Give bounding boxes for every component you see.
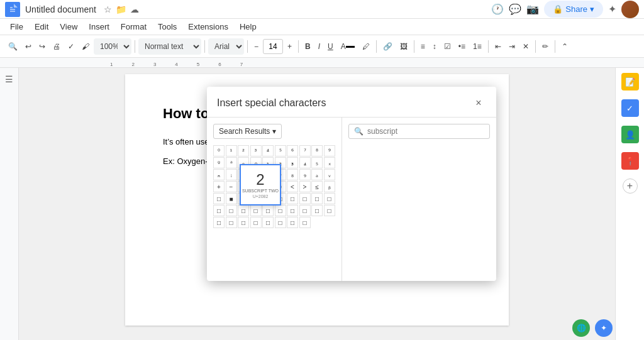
accessibility-icon[interactable]: 🌐	[572, 319, 590, 337]
assistant-icon[interactable]: ✦	[595, 319, 613, 337]
menu-tools[interactable]: Tools	[153, 20, 182, 33]
char-cell[interactable]: □	[238, 205, 249, 216]
clear-formatting-btn[interactable]: ✕	[519, 40, 532, 53]
char-cell[interactable]: ₃	[287, 157, 298, 168]
menu-format[interactable]: Format	[116, 20, 152, 33]
share-button[interactable]: 🔒 Share ▾	[544, 1, 603, 18]
star-icon[interactable]: ☆	[104, 4, 112, 14]
char-popup[interactable]: 2 SUBSCRIPT TWO U+2082	[240, 164, 281, 206]
menu-edit[interactable]: Edit	[30, 20, 53, 33]
outline-icon[interactable]: ☰	[5, 74, 13, 84]
char-cell[interactable]: □	[287, 217, 298, 228]
zoom-select[interactable]: 100%	[94, 38, 131, 55]
align-btn[interactable]: ≡	[418, 40, 428, 53]
char-cell[interactable]: □	[299, 205, 311, 216]
text-color-btn[interactable]: A	[338, 40, 358, 53]
sidebar-maps-icon[interactable]: 📍	[621, 152, 639, 170]
cloud-icon[interactable]: ☁	[130, 4, 139, 14]
char-cell[interactable]: ³	[250, 145, 262, 156]
numbered-list-btn[interactable]: 1≡	[470, 40, 485, 53]
char-cell[interactable]: ⁸	[311, 145, 323, 156]
char-cell[interactable]: □	[213, 193, 225, 204]
menu-extensions[interactable]: Extensions	[183, 20, 233, 33]
menu-file[interactable]: File	[5, 20, 28, 33]
char-cell[interactable]: ₄	[299, 157, 311, 168]
font-select[interactable]: Arial	[208, 38, 244, 55]
char-cell[interactable]: ²	[238, 145, 249, 156]
char-cell[interactable]: ■	[226, 193, 237, 204]
font-size-decrease-btn[interactable]: −	[251, 40, 262, 53]
char-cell[interactable]: □	[299, 193, 311, 204]
star-filled-icon[interactable]: ✦	[608, 3, 616, 15]
undo-btn[interactable]: ↩	[22, 40, 35, 53]
paint-format-btn[interactable]: 🖌	[79, 40, 92, 53]
char-cell[interactable]: <	[287, 181, 298, 192]
char-cell[interactable]: □	[324, 205, 335, 216]
indent-decrease-btn[interactable]: ⇤	[492, 40, 504, 53]
print-btn[interactable]: 🖨	[50, 40, 64, 53]
checklist-btn[interactable]: ☑	[441, 40, 454, 53]
menu-insert[interactable]: Insert	[84, 20, 114, 33]
font-size-increase-btn[interactable]: +	[284, 40, 295, 53]
char-cell[interactable]: □	[226, 205, 237, 216]
link-btn[interactable]: 🔗	[380, 40, 396, 53]
sidebar-add-btn[interactable]: +	[623, 178, 638, 194]
char-cell[interactable]: □	[275, 205, 286, 216]
pen-btn[interactable]: ✏	[539, 40, 552, 53]
char-cell[interactable]: ≤	[311, 181, 323, 192]
char-cell[interactable]: ⁴	[262, 145, 274, 156]
char-cell[interactable]: ₉	[299, 169, 311, 180]
char-cell[interactable]: ₐ	[311, 169, 323, 180]
underline-btn[interactable]: U	[325, 40, 336, 53]
highlight-btn[interactable]: 🖊	[359, 40, 373, 53]
char-cell[interactable]: □	[275, 217, 286, 228]
char-cell[interactable]: ₓ	[324, 157, 335, 168]
char-cell[interactable]: ⁰	[213, 145, 225, 156]
char-cell[interactable]: □	[299, 217, 311, 228]
char-cell[interactable]: □	[250, 205, 262, 216]
char-cell[interactable]: ⁶	[287, 145, 298, 156]
menu-view[interactable]: View	[55, 20, 82, 33]
char-cell[interactable]: □	[311, 205, 323, 216]
char-cell[interactable]: □	[287, 205, 298, 216]
history-icon[interactable]: 🕐	[491, 3, 504, 15]
char-cell[interactable]: □	[311, 193, 323, 204]
char-cell[interactable]: ⁵	[275, 145, 286, 156]
menu-help[interactable]: Help	[235, 20, 262, 33]
char-cell[interactable]: >	[299, 181, 311, 192]
expand-btn[interactable]: ⌃	[558, 40, 571, 53]
char-cell[interactable]: ᵦ	[324, 181, 335, 192]
style-select[interactable]: Normal text	[138, 38, 201, 55]
char-cell[interactable]: ᵢ	[226, 169, 237, 180]
char-cell[interactable]: ⁹	[324, 145, 335, 156]
sidebar-notes-icon[interactable]: 📝	[621, 73, 639, 90]
search-results-dropdown[interactable]: Search Results ▾	[213, 124, 282, 139]
char-cell[interactable]: ⁷	[299, 145, 311, 156]
bold-btn[interactable]: B	[302, 40, 314, 53]
char-cell[interactable]: ₅	[311, 157, 323, 168]
redo-btn[interactable]: ↪	[36, 40, 48, 53]
sidebar-tasks-icon[interactable]: ✓	[621, 99, 639, 117]
image-btn[interactable]: 🖼	[397, 40, 411, 53]
char-cell[interactable]: ᵍ	[213, 157, 225, 168]
line-spacing-btn[interactable]: ↕	[430, 40, 440, 53]
char-cell[interactable]: ¹	[226, 145, 237, 156]
char-cell[interactable]: −	[226, 181, 237, 192]
indent-increase-btn[interactable]: ⇥	[506, 40, 518, 53]
char-cell[interactable]: □	[262, 217, 274, 228]
modal-close-btn[interactable]: ×	[471, 96, 486, 111]
char-cell[interactable]: □	[213, 205, 225, 216]
search-input[interactable]	[367, 127, 484, 136]
char-cell[interactable]: □	[262, 205, 274, 216]
sidebar-contacts-icon[interactable]: 👤	[621, 126, 639, 143]
char-cell[interactable]: ₙ	[213, 169, 225, 180]
font-size-input[interactable]	[263, 39, 283, 54]
char-cell[interactable]: □	[226, 217, 237, 228]
avatar[interactable]	[621, 1, 639, 18]
chat-icon[interactable]: 💬	[509, 3, 521, 15]
char-cell[interactable]: □	[324, 193, 335, 204]
char-cell[interactable]: □	[238, 217, 249, 228]
camera-icon[interactable]: 📷	[526, 3, 539, 15]
char-cell[interactable]: +	[213, 181, 225, 192]
char-cell[interactable]: □	[287, 193, 298, 204]
